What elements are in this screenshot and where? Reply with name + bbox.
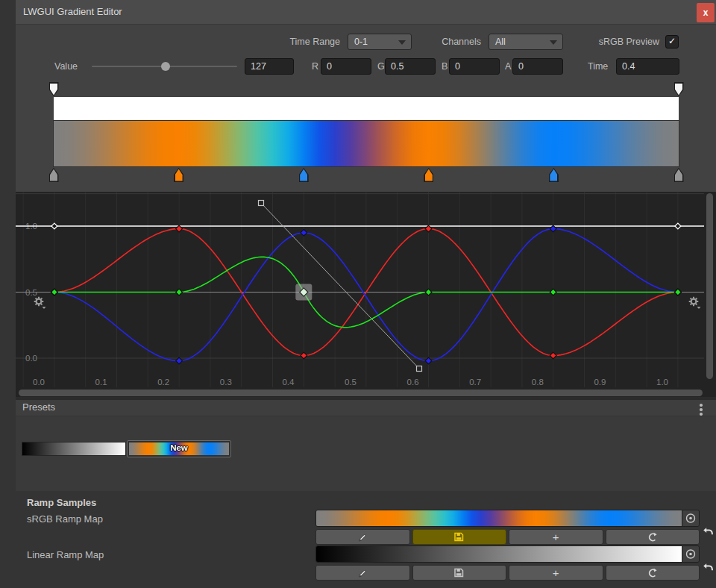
color-marker-row (54, 168, 679, 183)
preset-grayscale-swatch[interactable] (22, 442, 126, 456)
undo-button[interactable] (702, 561, 715, 575)
pencil-icon (357, 531, 368, 542)
gear-settings-icon[interactable] (34, 297, 46, 309)
plus-icon: + (553, 567, 559, 578)
color-marker[interactable] (299, 168, 309, 182)
preset-new-swatch[interactable]: New (127, 440, 231, 457)
g-label: G (377, 58, 385, 75)
channels-dropdown[interactable]: All (489, 34, 563, 50)
channels-value: All (495, 37, 506, 47)
refresh-button[interactable] (606, 565, 700, 581)
time-range-dropdown[interactable]: 0-1 (348, 34, 412, 50)
chevron-down-icon (550, 40, 557, 45)
object-picker-button[interactable] (682, 510, 699, 526)
time-label: Time (588, 58, 608, 75)
refresh-icon (647, 567, 659, 579)
add-button[interactable]: + (509, 565, 603, 581)
green-key[interactable] (675, 289, 682, 295)
color-marker[interactable] (49, 168, 59, 182)
x-tick-label: 0.5 (345, 378, 357, 387)
tangent-line (261, 203, 419, 369)
undo-arrow-icon (702, 525, 715, 539)
window-titlebar[interactable]: LWGUI Gradient Editor x (16, 0, 716, 25)
add-button[interactable]: + (509, 529, 603, 545)
alpha-marker[interactable] (674, 82, 684, 96)
srgb-ramp-object-field[interactable] (315, 510, 700, 527)
save-button-highlighted[interactable] (412, 529, 507, 545)
undo-arrow-icon (702, 561, 715, 575)
alpha-marker-fill (50, 84, 57, 96)
x-tick-label: 0.0 (33, 378, 45, 387)
color-marker[interactable] (424, 168, 433, 182)
color-marker[interactable] (674, 168, 684, 182)
color-marker-fill (175, 169, 183, 181)
screen: LWGUI Gradient Editor x Time Range 0-1 C… (0, 0, 716, 588)
linear-ramp-texture (316, 546, 682, 562)
undo-button[interactable] (702, 525, 715, 539)
tangent-handle[interactable] (417, 366, 422, 372)
r-field[interactable]: 0 (321, 58, 371, 75)
picker-circle-icon (682, 546, 699, 562)
save-button[interactable] (412, 565, 507, 581)
close-button[interactable]: x (697, 3, 715, 22)
color-marker-fill (425, 169, 433, 181)
alpha-marker-fill (675, 84, 682, 96)
alpha-preview-strip[interactable] (54, 97, 679, 121)
presets-panel: New (16, 416, 716, 491)
color-marker-fill (550, 169, 557, 181)
h-scroll-thumb[interactable] (19, 390, 703, 396)
check-icon: ✓ (668, 36, 676, 46)
x-tick-label: 0.1 (95, 378, 107, 387)
x-tick-label: 0.7 (469, 378, 481, 387)
kebab-menu-icon[interactable] (700, 404, 703, 417)
green-key[interactable] (176, 289, 183, 295)
alpha-key[interactable] (675, 223, 681, 229)
srgb-preview-label: sRGB Preview (581, 34, 659, 50)
alpha-key[interactable] (51, 223, 57, 229)
x-tick-label: 0.6 (407, 378, 419, 387)
color-marker[interactable] (549, 168, 559, 182)
edit-pencil-button[interactable] (315, 529, 410, 545)
gear-settings-icon[interactable] (689, 297, 701, 309)
window-title: LWGUI Gradient Editor (23, 0, 122, 24)
a-label: A (505, 58, 511, 75)
save-floppy-icon (453, 567, 465, 578)
color-marker[interactable] (174, 168, 183, 182)
linear-ramp-object-field[interactable] (315, 545, 700, 563)
time-field[interactable]: 0.4 (616, 58, 679, 75)
value-label: Value (54, 58, 78, 75)
y-tick-label: 0.0 (25, 354, 37, 363)
h-scrollbar[interactable] (16, 388, 716, 397)
color-marker-fill (50, 169, 57, 181)
tangent-handle[interactable] (259, 201, 264, 206)
r-label: R (312, 58, 318, 75)
y-tick-label: 0.5 (25, 288, 37, 297)
edit-pencil-button[interactable] (315, 565, 410, 581)
ramp-samples-title: Ramp Samples (27, 495, 96, 511)
refresh-button[interactable] (606, 529, 700, 545)
x-tick-label: 0.4 (282, 378, 295, 387)
x-tick-label: 0.8 (532, 378, 544, 387)
v-scroll-thumb[interactable] (706, 193, 713, 379)
value-field[interactable]: 127 (245, 58, 294, 75)
channels-label: Channels (428, 34, 481, 50)
v-scrollbar[interactable] (706, 193, 715, 386)
blue-key[interactable] (301, 229, 307, 236)
b-field[interactable]: 0 (449, 58, 500, 75)
linear-ramp-label: Linear Ramp Map (27, 547, 104, 563)
refresh-icon (647, 531, 659, 543)
object-picker-button[interactable] (682, 546, 699, 562)
srgb-ramp-label: sRGB Ramp Map (27, 511, 103, 528)
green-key[interactable] (550, 289, 556, 295)
plus-icon: + (553, 531, 559, 542)
alpha-marker[interactable] (49, 82, 59, 96)
srgb-preview-checkbox[interactable]: ✓ (665, 35, 679, 49)
green-key[interactable] (51, 289, 58, 295)
picker-circle-icon (682, 510, 699, 526)
gear-dropdown-triangle (43, 307, 46, 309)
a-field[interactable]: 0 (512, 58, 563, 75)
gradient-color-strip[interactable] (54, 121, 679, 166)
g-field[interactable]: 0.5 (385, 58, 436, 75)
green-key[interactable] (425, 289, 432, 295)
value-slider-knob[interactable] (161, 62, 170, 71)
